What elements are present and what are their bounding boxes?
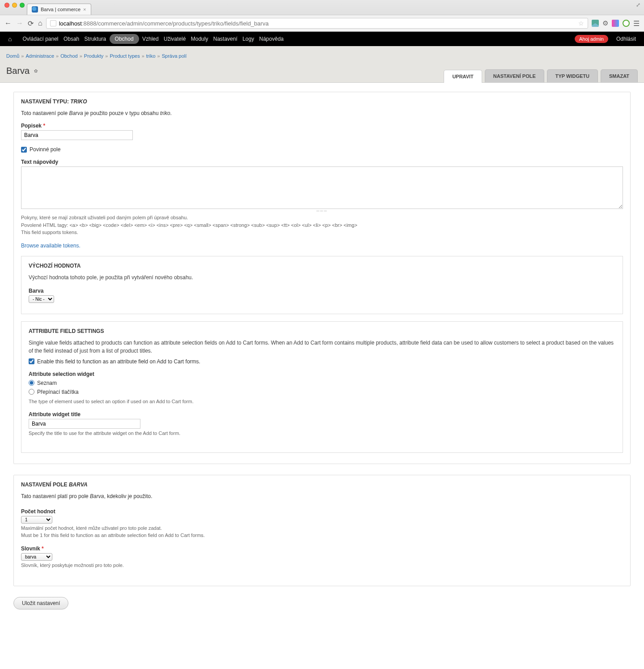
toolbar-item-struktura[interactable]: Struktura <box>83 32 108 46</box>
tab-typ-widgetu[interactable]: TYP WIDGETU <box>547 69 598 82</box>
breadcrumb-link[interactable]: triko <box>146 53 156 59</box>
tab-smazat[interactable]: SMAZAT <box>601 69 638 82</box>
favicon-icon <box>32 6 38 13</box>
breadcrumb-sep: » <box>78 53 84 59</box>
attribute-settings-fieldset: ATTRIBUTE FIELD SETTINGS Single value fi… <box>21 321 623 453</box>
page-header: Domů»Administrace»Obchod»Produkty»Produc… <box>0 46 644 83</box>
address-bar: ← → ⟳ ⌂ localhost:8888/commerce/admin/co… <box>0 15 644 31</box>
field-settings-heading: NASTAVENÍ POLE BARVA <box>21 482 623 488</box>
breadcrumb: Domů»Administrace»Obchod»Produkty»Produc… <box>6 51 638 63</box>
breadcrumb-sep: » <box>103 53 110 59</box>
field-settings-region: NASTAVENÍ POLE BARVA Tato nastavení plat… <box>13 475 631 587</box>
page-title-text: Barva <box>6 66 30 76</box>
attr-widget-opt1: Seznam <box>37 380 57 386</box>
browser-tabs: Barva | commerce × <box>0 2 644 15</box>
enable-attribute-label: Enable this field to function as an attr… <box>37 358 200 365</box>
back-icon[interactable]: ← <box>4 19 12 27</box>
home-nav-icon[interactable]: ⌂ <box>38 19 42 27</box>
home-icon[interactable]: ⌂ <box>6 32 13 46</box>
browse-tokens-link[interactable]: Browse available tokens. <box>21 243 80 249</box>
page-icon <box>50 20 56 26</box>
breadcrumb-link[interactable]: Domů <box>6 53 19 59</box>
extension-icons: ⚙ ☰ <box>592 19 640 28</box>
toolbar-item-moduly[interactable]: Moduly <box>189 32 210 46</box>
tab-upravit[interactable]: UPRAVIT <box>444 70 482 83</box>
default-value-heading: VÝCHOZÍ HODNOTA <box>29 263 615 269</box>
attr-title-input[interactable] <box>29 419 140 429</box>
hello-user[interactable]: Ahoj admin <box>575 35 608 43</box>
resize-handle-icon[interactable]: ═══ <box>21 209 623 213</box>
vocabulary-select[interactable]: barva <box>21 553 52 561</box>
browser-tab[interactable]: Barva | commerce × <box>27 4 91 15</box>
required-checkbox-item: Povinné pole <box>21 146 623 153</box>
toolbar-item-uživatelé[interactable]: Uživatelé <box>162 32 187 46</box>
logout-link[interactable]: Odhlásit <box>614 32 638 46</box>
vocabulary-item: Slovník * barva Slovník, který poskytuje… <box>21 545 623 569</box>
browser-chrome: ⤢ Barva | commerce × ← → ⟳ ⌂ localhost:8… <box>0 0 644 32</box>
vocabulary-desc: Slovník, který poskytuje možnosti pro to… <box>21 562 623 569</box>
breadcrumb-sep: » <box>19 53 25 59</box>
toolbar-item-obsah[interactable]: Obsah <box>62 32 81 46</box>
tab-close-icon[interactable]: × <box>83 7 86 12</box>
toolbar-item-logy[interactable]: Logy <box>241 32 256 46</box>
breadcrumb-sep: » <box>54 53 60 59</box>
title-gear-icon[interactable]: ✿ <box>34 68 38 73</box>
required-checkbox[interactable] <box>21 147 27 153</box>
admin-toolbar: ⌂ Ovládací panel Obsah Struktura Obchod … <box>0 32 644 46</box>
default-value-fieldset: VÝCHOZÍ HODNOTA Výchozí hodnota tohoto p… <box>21 256 623 314</box>
breadcrumb-link[interactable]: Produkty <box>84 53 103 59</box>
label-field-label: Popisek * <box>21 123 623 129</box>
forward-icon[interactable]: → <box>16 19 23 27</box>
enable-attribute-checkbox[interactable] <box>29 358 34 364</box>
extension-icon[interactable] <box>623 20 630 27</box>
type-settings-region: NASTAVENÍ TYPU: TRIKO Toto nastavení pol… <box>13 92 631 464</box>
values-count-item: Počet hodnot 1 Maximální počet hodnot, k… <box>21 508 623 539</box>
attr-widget-radio-list[interactable] <box>29 380 34 386</box>
attribute-settings-heading: ATTRIBUTE FIELD SETTINGS <box>29 328 615 334</box>
help-text-label: Text nápovědy <box>21 159 623 165</box>
breadcrumb-sep: » <box>156 53 162 59</box>
tab-nastavení-pole[interactable]: NASTAVENÍ POLE <box>485 69 544 82</box>
label-input[interactable] <box>21 130 133 140</box>
attr-widget-opt2: Přepínací tlačítka <box>37 389 79 395</box>
attribute-settings-desc: Single value fields attached to products… <box>29 339 615 355</box>
toolbar-item-ovládací-panel[interactable]: Ovládací panel <box>21 32 60 46</box>
attr-title-desc: Specify the title to use for the attribu… <box>29 430 615 437</box>
toolbar-item-vzhled[interactable]: Vzhled <box>140 32 161 46</box>
required-label: Povinné pole <box>30 146 60 153</box>
extension-icon[interactable] <box>592 20 599 27</box>
default-value-select[interactable]: - Nic - <box>29 295 54 303</box>
breadcrumb-link[interactable]: Product types <box>110 53 140 59</box>
extension-icon[interactable] <box>612 20 619 27</box>
settings-gear-icon[interactable]: ⚙ <box>602 19 608 27</box>
breadcrumb-link[interactable]: Správa polí <box>162 53 187 59</box>
main-content: NASTAVENÍ TYPU: TRIKO Toto nastavení pol… <box>0 83 644 618</box>
values-count-select[interactable]: 1 <box>21 516 52 524</box>
url-input[interactable]: localhost:8888/commerce/admin/commerce/p… <box>46 18 588 29</box>
heading-prefix: NASTAVENÍ TYPU: <box>21 98 70 105</box>
save-button[interactable]: Uložit nastavení <box>13 597 68 609</box>
values-count-label: Počet hodnot <box>21 508 623 515</box>
default-field-label: Barva <box>29 288 615 294</box>
url-path: :8888/commerce/admin/commerce/products/t… <box>82 20 269 27</box>
url-host: localhost <box>59 20 82 27</box>
toolbar-item-nastavení[interactable]: Nastavení <box>212 32 239 46</box>
toolbar-item-nápověda[interactable]: Nápověda <box>258 32 286 46</box>
nav-buttons: ← → ⟳ ⌂ <box>4 19 42 28</box>
help-text-input[interactable] <box>21 166 623 209</box>
help-desc: Pokyny, které se mají zobrazit uživateli… <box>21 214 623 236</box>
bookmark-star-icon[interactable]: ☆ <box>578 20 584 27</box>
values-desc: Maximální počet hodnot, které může uživa… <box>21 524 623 539</box>
help-text-item: Text nápovědy ═══ Pokyny, které se mají … <box>21 159 623 236</box>
attr-widget-item: Attribute selection widget Seznam Přepín… <box>29 371 615 405</box>
attr-widget-radio-buttons[interactable] <box>29 389 34 395</box>
breadcrumb-link[interactable]: Administrace <box>25 53 54 59</box>
menu-icon[interactable]: ☰ <box>633 19 640 28</box>
toolbar-item-obchod[interactable]: Obchod <box>110 34 139 44</box>
breadcrumb-link[interactable]: Obchod <box>60 53 78 59</box>
page-title: Barva ✿ <box>6 63 38 82</box>
reload-icon[interactable]: ⟳ <box>28 19 34 28</box>
default-value-desc: Výchozí hodnota tohoto pole, je použita … <box>29 273 615 281</box>
attr-title-item: Attribute widget title Specify the title… <box>29 411 615 437</box>
type-settings-heading: NASTAVENÍ TYPU: TRIKO <box>21 98 623 105</box>
